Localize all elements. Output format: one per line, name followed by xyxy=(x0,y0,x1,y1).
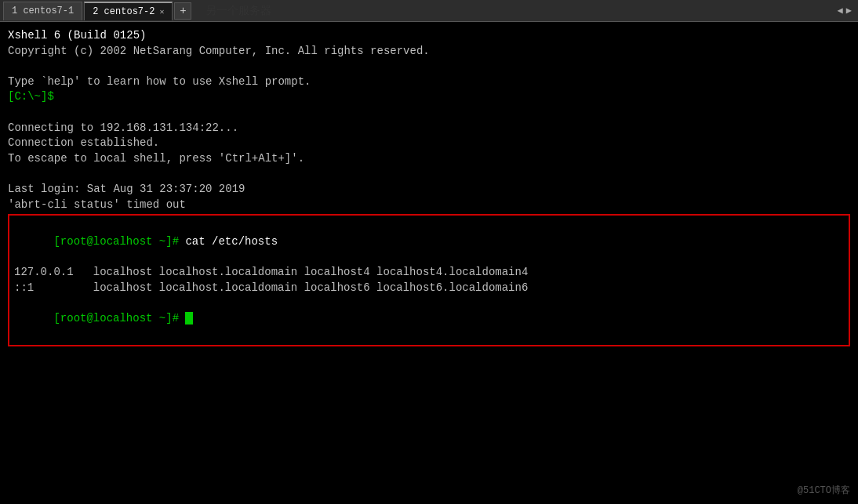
tab1-label: 1 centos7-1 xyxy=(12,5,74,16)
tab2-label: 2 centos7-2 xyxy=(93,6,155,17)
redbox-prompt-1: [root@localhost ~]# xyxy=(53,235,185,248)
cursor xyxy=(185,312,193,324)
terminal-line-11: Last login: Sat Aug 31 23:37:20 2019 xyxy=(8,182,850,198)
terminal-line-1: Xshell 6 (Build 0125) xyxy=(8,28,850,44)
terminal-line-3 xyxy=(8,59,850,74)
redbox-line-2: 127.0.0.1 localhost localhost.localdomai… xyxy=(14,265,844,281)
nav-arrows: ◀ ▶ xyxy=(838,5,852,16)
terminal-line-9: To escape to local shell, press 'Ctrl+Al… xyxy=(8,151,850,167)
terminal-line-5: [C:\~]$ xyxy=(8,89,850,105)
tab-centos7-1[interactable]: 1 centos7-1 xyxy=(3,2,82,20)
watermark: @51CTO博客 xyxy=(798,484,850,498)
terminal-line-4: Type `help' to learn how to use Xshell p… xyxy=(8,74,850,90)
red-highlighted-box: [root@localhost ~]# cat /etc/hosts 127.0… xyxy=(8,214,850,346)
terminal-line-7: Connecting to 192.168.131.134:22... xyxy=(8,121,850,136)
tab-add-button[interactable]: + xyxy=(174,2,191,20)
terminal-line-6 xyxy=(8,105,850,121)
tab-bar: 1 centos7-1 2 centos7-2 ✕ + 另一个服务器 ◀ ▶ xyxy=(0,0,858,22)
nav-next-icon[interactable]: ▶ xyxy=(846,5,852,16)
terminal-line-10 xyxy=(8,166,850,182)
redbox-line-3: ::1 localhost localhost.localdomain loca… xyxy=(14,281,844,296)
tab2-close-icon[interactable]: ✕ xyxy=(159,7,164,16)
annotation-text: 另一个服务器 xyxy=(205,4,271,18)
nav-prev-icon[interactable]: ◀ xyxy=(838,5,843,16)
redbox-line-4: [root@localhost ~]# xyxy=(14,296,844,342)
terminal-line-8: Connection established. xyxy=(8,136,850,151)
redbox-prompt-2: [root@localhost ~]# xyxy=(53,312,185,325)
redbox-line-1: [root@localhost ~]# cat /etc/hosts xyxy=(14,219,844,265)
terminal[interactable]: Xshell 6 (Build 0125) Copyright (c) 2002… xyxy=(0,22,858,504)
terminal-line-12: 'abrt-cli status' timed out xyxy=(8,198,850,213)
terminal-line-2: Copyright (c) 2002 NetSarang Computer, I… xyxy=(8,44,850,60)
tab-centos7-2[interactable]: 2 centos7-2 ✕ xyxy=(84,2,173,20)
